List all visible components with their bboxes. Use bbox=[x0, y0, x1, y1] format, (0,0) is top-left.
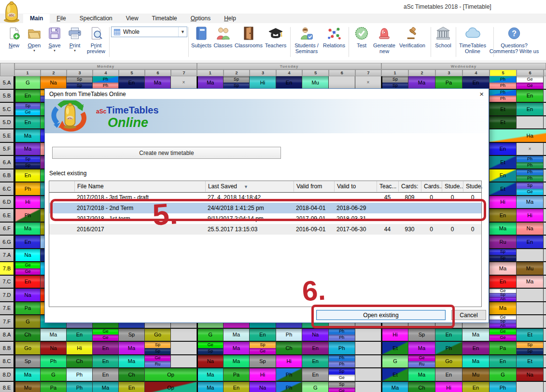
timetable-cell[interactable] bbox=[517, 289, 544, 302]
toolbar-button-save[interactable]: Save▾ bbox=[44, 26, 65, 52]
timetable-cell[interactable]: Hi bbox=[276, 355, 303, 369]
chevron-down-icon[interactable]: ▾ bbox=[44, 49, 65, 52]
timetable-cell[interactable]: Ma bbox=[490, 302, 517, 316]
timetable-cell[interactable]: En bbox=[119, 382, 145, 392]
timetable-cell[interactable]: En bbox=[462, 342, 490, 355]
toolbar-button-new[interactable]: New bbox=[3, 26, 25, 48]
timetable-cell[interactable]: Ma bbox=[224, 342, 250, 355]
column-header-File Name[interactable]: File Name bbox=[74, 181, 205, 192]
timetable-cell[interactable]: En bbox=[14, 116, 41, 130]
timetable-cell[interactable]: En bbox=[517, 90, 544, 103]
toolbar-button-classes[interactable]: Classes bbox=[212, 26, 234, 48]
timetable-cell[interactable] bbox=[171, 329, 197, 342]
timetable-cell[interactable] bbox=[544, 315, 546, 329]
timetable-cell[interactable] bbox=[355, 368, 382, 382]
menu-item-view[interactable]: View bbox=[119, 14, 145, 24]
chevron-down-icon[interactable]: ▾ bbox=[24, 49, 45, 52]
file-row[interactable]: 2017/2018 - 1st term9/11/2017 2:04:14 pm… bbox=[49, 213, 481, 224]
timetable-cell[interactable] bbox=[544, 329, 546, 342]
menu-item-timetable[interactable]: Timetable bbox=[145, 14, 184, 24]
timetable-cell[interactable]: En bbox=[93, 342, 119, 355]
timetable-cell[interactable]: PhPh bbox=[517, 156, 544, 169]
timetable-cell[interactable]: Ch bbox=[408, 382, 435, 392]
timetable-cell[interactable]: Ma bbox=[14, 143, 41, 156]
timetable-cell[interactable]: Sp bbox=[250, 355, 276, 369]
timetable-cell[interactable] bbox=[355, 342, 382, 355]
timetable-cell[interactable]: Ma bbox=[462, 329, 490, 342]
menu-item-help[interactable]: Help bbox=[217, 14, 243, 24]
timetable-cell[interactable]: Sp bbox=[14, 355, 41, 369]
timetable-cell[interactable]: Ma bbox=[408, 368, 435, 382]
timetable-cell[interactable] bbox=[171, 355, 197, 369]
toolbar-button-open[interactable]: Open▾ bbox=[24, 26, 45, 52]
toolbar-button-teachers[interactable]: Teachers bbox=[264, 26, 288, 48]
toolbar-button-questions[interactable]: ?Questions? Comments? Write us bbox=[489, 26, 540, 54]
timetable-cell[interactable]: SpGe bbox=[14, 103, 41, 116]
timetable-cell[interactable]: Pa bbox=[14, 302, 41, 316]
toolbar-button-print[interactable]: Print▾ bbox=[64, 26, 85, 52]
timetable-cell[interactable] bbox=[544, 143, 546, 156]
toolbar-button-classrooms[interactable]: Classrooms bbox=[234, 26, 264, 48]
toolbar-button-generate[interactable]: Generate new bbox=[372, 26, 397, 54]
timetable-cell[interactable]: Hi bbox=[517, 209, 544, 223]
timetable-cell[interactable]: En bbox=[517, 103, 544, 116]
timetable-cell[interactable] bbox=[544, 302, 546, 316]
toolbar-button-verification[interactable]: Verification bbox=[397, 26, 428, 48]
chevron-down-icon[interactable]: ▾ bbox=[64, 49, 85, 52]
timetable-cell[interactable]: Ma bbox=[119, 342, 145, 355]
timetable-cell[interactable]: Ha bbox=[490, 129, 546, 143]
timetable-cell[interactable]: SpGe bbox=[329, 368, 355, 382]
timetable-cell[interactable]: × bbox=[171, 76, 197, 90]
timetable-cell[interactable] bbox=[544, 223, 546, 236]
timetable-cell[interactable]: En bbox=[490, 169, 517, 183]
timetable-cell[interactable] bbox=[544, 262, 546, 276]
timetable-cell[interactable]: En bbox=[435, 329, 462, 342]
timetable-cell[interactable]: En bbox=[490, 209, 517, 223]
timetable-cell[interactable] bbox=[544, 196, 546, 210]
timetable-cell[interactable]: PhPh bbox=[329, 355, 355, 369]
timetable-cell[interactable]: En bbox=[462, 76, 490, 90]
timetable-cell[interactable] bbox=[517, 382, 544, 392]
timetable-cell[interactable]: Ph bbox=[14, 209, 41, 223]
timetable-cell[interactable]: Ma bbox=[517, 276, 544, 289]
timetable-cell[interactable]: Go bbox=[145, 329, 171, 342]
timetable-cell[interactable]: G bbox=[197, 329, 224, 342]
timetable-cell[interactable]: En bbox=[14, 276, 41, 289]
timetable-cell[interactable]: Ma bbox=[408, 342, 435, 355]
timetable-cell[interactable]: Hi bbox=[250, 76, 276, 90]
timetable-cell[interactable]: Ma bbox=[224, 355, 250, 369]
timetable-cell[interactable] bbox=[544, 249, 546, 263]
timetable-cell[interactable]: Ph bbox=[41, 355, 67, 369]
menu-item-options[interactable]: Options bbox=[184, 14, 217, 24]
timetable-cell[interactable] bbox=[544, 276, 546, 289]
timetable-cell[interactable]: PhPh bbox=[517, 169, 544, 183]
timetable-cell[interactable]: En bbox=[490, 276, 517, 289]
timetable-cell[interactable]: Sp bbox=[408, 329, 435, 342]
timetable-cell[interactable]: Op bbox=[145, 382, 197, 392]
timetable-cell[interactable]: Mu bbox=[302, 76, 329, 90]
timetable-cell[interactable]: × bbox=[355, 76, 382, 90]
timetable-cell[interactable]: GeSpAn bbox=[490, 289, 517, 302]
timetable-cell[interactable]: En bbox=[14, 90, 41, 103]
timetable-cell[interactable]: Hi bbox=[435, 382, 462, 392]
timetable-cell[interactable]: SpGe bbox=[517, 182, 544, 196]
column-header-Stude...[interactable]: Stude... bbox=[463, 181, 482, 192]
timetable-cell[interactable] bbox=[544, 209, 546, 223]
create-new-timetable-button[interactable]: Create new timetable bbox=[52, 147, 281, 159]
timetable-cell[interactable]: Pa bbox=[490, 342, 517, 355]
timetable-cell[interactable]: Na bbox=[302, 329, 329, 342]
timetable-cell[interactable]: Hi bbox=[67, 342, 93, 355]
timetable-cell[interactable]: SpGe bbox=[329, 382, 355, 392]
column-header-Last Saved[interactable]: Last Saved▼ bbox=[205, 181, 294, 192]
timetable-cell[interactable]: Ph bbox=[276, 382, 303, 392]
file-row[interactable]: 2017/2018 - 3rd Term - draft27. 4. 2018 … bbox=[49, 192, 481, 203]
timetable-cell[interactable]: Ma bbox=[224, 329, 250, 342]
timetable-cell[interactable]: Ma bbox=[119, 355, 145, 369]
timetable-cell[interactable]: Go bbox=[435, 355, 462, 369]
timetable-cell[interactable]: Na bbox=[14, 289, 41, 302]
timetable-cell[interactable]: Ma bbox=[408, 76, 435, 90]
timetable-cell[interactable] bbox=[329, 76, 355, 90]
timetable-cell[interactable]: Ma bbox=[381, 382, 408, 392]
timetable-cell[interactable]: Na bbox=[197, 355, 224, 369]
file-row[interactable]: 2017/2018 - 2nd Term24/4/2018 1:41:25 pm… bbox=[49, 203, 481, 213]
